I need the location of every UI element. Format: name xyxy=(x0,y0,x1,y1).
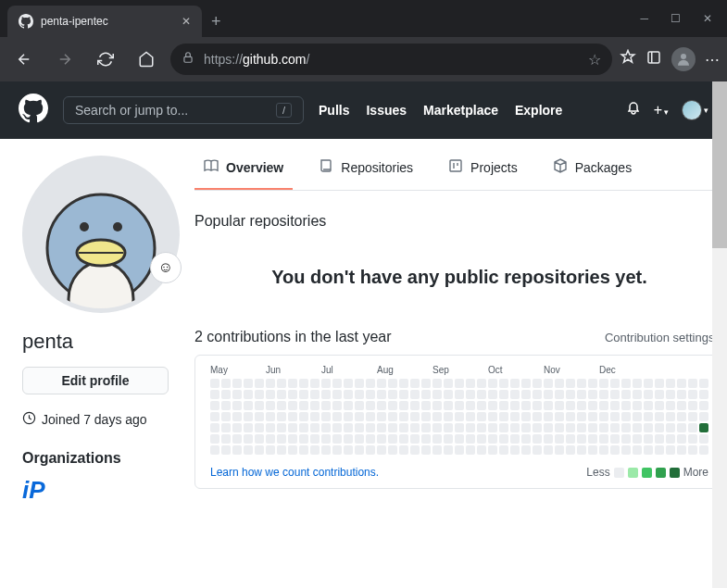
contrib-cell[interactable] xyxy=(266,434,275,444)
contrib-cell[interactable] xyxy=(455,445,464,455)
contrib-cell[interactable] xyxy=(266,390,275,399)
contrib-cell[interactable] xyxy=(432,401,442,410)
contrib-cell[interactable] xyxy=(355,445,364,455)
contrib-cell[interactable] xyxy=(466,390,475,399)
contrib-cell[interactable] xyxy=(488,401,497,410)
favorites-icon[interactable] xyxy=(620,49,636,69)
contrib-cell[interactable] xyxy=(288,379,297,388)
contrib-cell[interactable] xyxy=(677,434,686,444)
contrib-cell[interactable] xyxy=(432,423,442,432)
contrib-cell[interactable] xyxy=(410,445,420,455)
contrib-cell[interactable] xyxy=(444,423,453,432)
contrib-cell[interactable] xyxy=(232,412,242,421)
contrib-cell[interactable] xyxy=(688,445,697,455)
contrib-cell[interactable] xyxy=(355,401,364,410)
tab-packages[interactable]: Packages xyxy=(544,146,641,190)
contrib-cell[interactable] xyxy=(533,401,542,410)
contrib-cell[interactable] xyxy=(255,445,264,455)
contrib-cell[interactable] xyxy=(477,401,486,410)
contrib-cell[interactable] xyxy=(610,412,620,421)
contrib-cell[interactable] xyxy=(210,401,219,410)
contrib-cell[interactable] xyxy=(688,390,697,399)
contrib-cell[interactable] xyxy=(644,434,653,444)
refresh-button[interactable] xyxy=(89,43,122,76)
plus-dropdown[interactable]: +▾ xyxy=(654,102,669,119)
contrib-cell[interactable] xyxy=(655,401,664,410)
contrib-cell[interactable] xyxy=(399,412,408,421)
contrib-cell[interactable] xyxy=(410,423,420,432)
contrib-cell[interactable] xyxy=(444,401,453,410)
star-icon[interactable]: ☆ xyxy=(588,51,601,69)
contrib-cell[interactable] xyxy=(555,445,564,455)
contrib-cell[interactable] xyxy=(244,379,253,388)
contrib-cell[interactable] xyxy=(321,445,331,455)
contrib-cell[interactable] xyxy=(244,401,253,410)
contrib-cell[interactable] xyxy=(455,390,464,399)
contrib-cell[interactable] xyxy=(588,401,597,410)
contrib-cell[interactable] xyxy=(210,434,219,444)
contrib-cell[interactable] xyxy=(277,390,286,399)
contrib-cell[interactable] xyxy=(544,412,553,421)
contrib-cell[interactable] xyxy=(299,401,308,410)
contrib-cell[interactable] xyxy=(277,423,286,432)
contrib-cell[interactable] xyxy=(566,423,575,432)
contrib-cell[interactable] xyxy=(610,445,620,455)
contrib-cell[interactable] xyxy=(355,379,364,388)
contrib-cell[interactable] xyxy=(588,423,597,432)
contrib-cell[interactable] xyxy=(521,390,531,399)
contrib-cell[interactable] xyxy=(366,434,375,444)
contrib-cell[interactable] xyxy=(488,379,497,388)
contrib-cell[interactable] xyxy=(421,434,431,444)
contrib-cell[interactable] xyxy=(699,445,708,455)
contrib-cell[interactable] xyxy=(255,390,264,399)
contrib-cell[interactable] xyxy=(499,379,508,388)
contrib-cell[interactable] xyxy=(221,379,231,388)
contrib-cell[interactable] xyxy=(377,379,386,388)
contribution-settings-dropdown[interactable]: Contribution settings ▾ xyxy=(605,331,724,344)
contrib-cell[interactable] xyxy=(266,379,275,388)
contrib-cell[interactable] xyxy=(455,423,464,432)
contrib-cell[interactable] xyxy=(566,390,575,399)
contrib-cell[interactable] xyxy=(655,423,664,432)
contrib-cell[interactable] xyxy=(299,412,308,421)
contrib-cell[interactable] xyxy=(444,379,453,388)
contrib-cell[interactable] xyxy=(644,401,653,410)
contrib-cell[interactable] xyxy=(299,379,308,388)
contrib-cell[interactable] xyxy=(588,379,597,388)
contrib-cell[interactable] xyxy=(688,412,697,421)
contrib-cell[interactable] xyxy=(633,412,642,421)
contrib-cell[interactable] xyxy=(255,412,264,421)
contrib-cell[interactable] xyxy=(699,423,708,432)
contrib-cell[interactable] xyxy=(421,445,431,455)
contrib-cell[interactable] xyxy=(288,390,297,399)
contrib-cell[interactable] xyxy=(521,379,531,388)
scrollbar[interactable] xyxy=(712,81,727,588)
contrib-cell[interactable] xyxy=(544,434,553,444)
contrib-cell[interactable] xyxy=(510,445,520,455)
contrib-cell[interactable] xyxy=(321,401,331,410)
contrib-cell[interactable] xyxy=(655,445,664,455)
contrib-cell[interactable] xyxy=(410,401,420,410)
contrib-cell[interactable] xyxy=(344,445,353,455)
contrib-cell[interactable] xyxy=(477,445,486,455)
contrib-cell[interactable] xyxy=(232,390,242,399)
contrib-cell[interactable] xyxy=(399,401,408,410)
contrib-cell[interactable] xyxy=(221,445,231,455)
contrib-cell[interactable] xyxy=(577,434,586,444)
contrib-cell[interactable] xyxy=(366,379,375,388)
contrib-cell[interactable] xyxy=(288,434,297,444)
contrib-cell[interactable] xyxy=(610,434,620,444)
contrib-cell[interactable] xyxy=(388,445,397,455)
contrib-cell[interactable] xyxy=(421,401,431,410)
contrib-cell[interactable] xyxy=(310,445,320,455)
nav-marketplace[interactable]: Marketplace xyxy=(423,103,498,118)
contrib-cell[interactable] xyxy=(666,390,675,399)
contrib-cell[interactable] xyxy=(221,390,231,399)
contrib-cell[interactable] xyxy=(610,379,620,388)
contrib-cell[interactable] xyxy=(533,390,542,399)
contrib-cell[interactable] xyxy=(255,379,264,388)
contrib-cell[interactable] xyxy=(644,423,653,432)
contrib-cell[interactable] xyxy=(332,445,342,455)
contrib-cell[interactable] xyxy=(599,434,608,444)
contrib-cell[interactable] xyxy=(410,379,420,388)
